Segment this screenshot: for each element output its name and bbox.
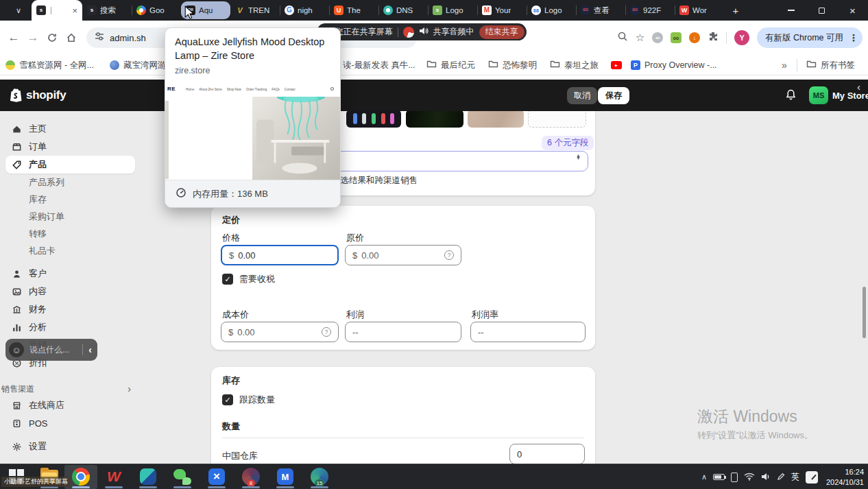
- sidebar-item-collections[interactable]: 产品系列: [5, 174, 135, 191]
- help-icon[interactable]: [444, 250, 454, 260]
- sidebar-item-home[interactable]: 主页: [5, 120, 135, 138]
- volume-icon[interactable]: [761, 471, 771, 484]
- sidebar-item-analytics[interactable]: 分析: [5, 318, 135, 336]
- bookmark-star-icon[interactable]: [636, 32, 644, 44]
- device-icon[interactable]: [731, 473, 738, 482]
- sidebar-item-transfers[interactable]: 转移: [5, 225, 135, 242]
- tab-google[interactable]: Goo: [132, 0, 181, 21]
- notifications-bell-icon[interactable]: [785, 88, 797, 104]
- sales-channels-header[interactable]: 销售渠道: [0, 381, 141, 396]
- add-media-slot[interactable]: [528, 111, 586, 128]
- profile-avatar[interactable]: Y: [734, 30, 749, 45]
- teal-app-button[interactable]: [138, 467, 158, 486]
- tab-dns[interactable]: DNS: [378, 0, 428, 21]
- blue-x-app-button[interactable]: [207, 467, 226, 486]
- tab-logo-shopify[interactable]: Logo: [428, 0, 477, 21]
- gauge-tray-icon[interactable]: [806, 471, 818, 484]
- checkbox-checked-icon[interactable]: [222, 394, 233, 405]
- tab-922[interactable]: 922F: [625, 0, 675, 21]
- battery-icon[interactable]: [713, 474, 725, 480]
- extension-download-icon[interactable]: [689, 32, 700, 43]
- store-avatar[interactable]: MS: [809, 86, 828, 104]
- sidebar-item-online-store[interactable]: 在线商店: [5, 396, 135, 414]
- bookmark-folder[interactable]: 泰坦之旅: [550, 55, 599, 75]
- chat-overlay-widget[interactable]: 说点什么... ‹: [5, 339, 97, 361]
- taskbar-clock[interactable]: 16:24 2024/10/31: [826, 467, 864, 488]
- product-image-thumbnail[interactable]: [346, 111, 401, 128]
- tab-gmail[interactable]: Your: [477, 0, 527, 21]
- bookmarks-overflow-chevron[interactable]: »: [782, 55, 787, 75]
- stop-sharing-button[interactable]: 结束共享: [479, 25, 525, 39]
- bookmark-folder[interactable]: 恐怖黎明: [488, 55, 537, 75]
- tab-922-view[interactable]: 查看: [576, 0, 625, 21]
- wifi-icon[interactable]: [744, 471, 755, 484]
- collapse-chevron-icon[interactable]: [857, 81, 860, 93]
- minimize-icon[interactable]: [775, 0, 806, 21]
- bookmark-folder[interactable]: 最后纪元: [426, 55, 475, 75]
- tab-close-icon[interactable]: [72, 6, 77, 15]
- product-image-thumbnail[interactable]: [468, 111, 524, 128]
- metafields-link[interactable]: 6 个元字段: [542, 136, 594, 150]
- checkbox-checked-icon[interactable]: [222, 274, 233, 285]
- sidebar-item-pos[interactable]: POS: [5, 414, 135, 432]
- sidebar-item-finance[interactable]: 财务: [5, 300, 135, 318]
- quantity-input[interactable]: 0: [509, 444, 585, 464]
- chrome-button[interactable]: [71, 467, 91, 486]
- site-settings-tune-icon[interactable]: [95, 32, 104, 44]
- all-bookmarks-folder[interactable]: 所有书签: [806, 55, 855, 75]
- collapse-chevron-icon[interactable]: ‹: [88, 344, 92, 355]
- shopify-logo[interactable]: shopify: [10, 88, 66, 102]
- tax-checkbox-row[interactable]: 需要收税: [222, 273, 275, 285]
- input-language-indicator[interactable]: 英: [791, 471, 799, 483]
- sidebar-item-settings[interactable]: 设置: [5, 438, 135, 455]
- tab-night[interactable]: nigh: [280, 0, 329, 21]
- tab-the[interactable]: The: [329, 0, 378, 21]
- wps-button[interactable]: [104, 467, 123, 486]
- maximize-icon[interactable]: [806, 0, 837, 21]
- chrome-update-pill[interactable]: 有新版 Chrome 可用: [757, 27, 863, 48]
- extension-link-icon[interactable]: [652, 32, 663, 43]
- menu-kebab-icon[interactable]: [849, 32, 858, 43]
- cancel-button[interactable]: 取消: [567, 87, 597, 104]
- bookmark-item[interactable]: Proxy Overview -...: [631, 55, 717, 75]
- product-image-thumbnail[interactable]: [406, 111, 463, 128]
- price-input[interactable]: $ 0.00: [221, 245, 339, 265]
- extension-glasses-icon[interactable]: [671, 32, 682, 43]
- sidebar-item-products[interactable]: 产品: [5, 156, 135, 174]
- bookmark-item[interactable]: 藏宝湾网游: [110, 55, 167, 75]
- bookmark-item[interactable]: [611, 55, 622, 75]
- back-icon[interactable]: [4, 28, 23, 47]
- sidebar-item-inventory[interactable]: 库存: [5, 191, 135, 208]
- bookmark-item[interactable]: 读-最新发表 真牛...: [343, 55, 415, 75]
- sidebar-item-gift-cards[interactable]: 礼品卡: [5, 242, 135, 259]
- reload-icon[interactable]: [43, 28, 62, 47]
- scrollbar-thumb[interactable]: [863, 287, 866, 338]
- profit-input[interactable]: --: [345, 322, 461, 342]
- tab-active-shopify[interactable]: [32, 0, 82, 21]
- wechat-button[interactable]: [173, 467, 192, 486]
- sidebar-item-orders[interactable]: 订单: [5, 138, 135, 156]
- sidebar-item-purchase-orders[interactable]: 采购订单: [5, 208, 135, 225]
- save-button[interactable]: 保存: [598, 87, 629, 104]
- margin-input[interactable]: --: [470, 322, 586, 342]
- tab-search-chevron-icon[interactable]: [10, 3, 27, 18]
- tab-logo-blue[interactable]: Logo: [527, 0, 576, 21]
- sidebar-item-customers[interactable]: 客户: [5, 265, 135, 283]
- search-icon[interactable]: [617, 31, 628, 45]
- blue-m-app-button[interactable]: [276, 467, 295, 486]
- tray-chevron-up-icon[interactable]: [701, 473, 707, 481]
- forward-icon[interactable]: [23, 28, 43, 47]
- tab-word[interactable]: Wor: [675, 0, 724, 21]
- browser-profile-8-button[interactable]: 8: [241, 467, 261, 486]
- tab-trends[interactable]: TREN: [230, 0, 280, 21]
- new-tab-button[interactable]: +: [727, 1, 745, 19]
- cost-input[interactable]: $ 0.00: [221, 322, 339, 342]
- tab-search-shopify[interactable]: 搜索: [82, 0, 132, 21]
- help-icon[interactable]: [322, 327, 331, 337]
- compare-price-input[interactable]: $ 0.00: [345, 245, 461, 265]
- track-quantity-checkbox-row[interactable]: 跟踪数量: [222, 394, 275, 406]
- bookmark-item[interactable]: 雪糕资源网 - 全网...: [5, 55, 94, 75]
- pen-icon[interactable]: [777, 471, 785, 484]
- home-icon[interactable]: [62, 28, 81, 47]
- sidebar-item-content[interactable]: 内容: [5, 283, 135, 300]
